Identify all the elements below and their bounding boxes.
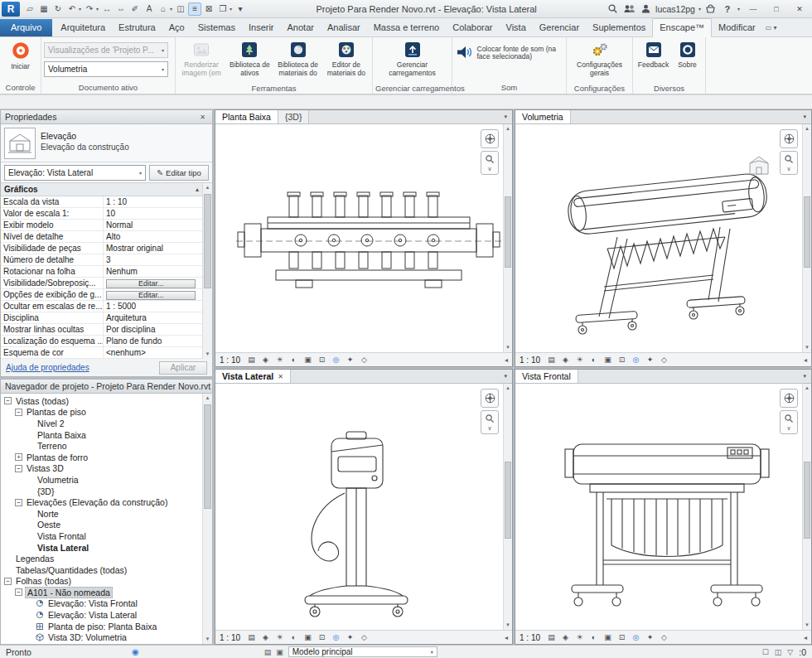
exclude-options-icon[interactable]: ◫ [775,648,782,656]
crop-view-icon[interactable]: ▣ [302,356,313,364]
scroll-down-icon[interactable]: ▼ [505,621,510,630]
undo-icon[interactable]: ↶ [65,2,79,16]
ribbon-display-toggle-icon[interactable]: ▭ ▾ [766,24,777,36]
app-menu-button[interactable]: R [2,2,20,17]
sun-path-icon[interactable]: ☀ [274,633,285,641]
tree-item-terreno[interactable]: Terreno [1,440,212,452]
crop-view-icon[interactable]: ▣ [302,633,313,641]
view-scale-button[interactable]: 1 : 10 [520,633,543,642]
ribbon-tab-gerenciar[interactable]: Gerenciar [533,19,586,36]
workset-icon[interactable]: ▤ [264,648,272,656]
detail-level-icon[interactable]: ▤ [246,356,257,364]
save-icon[interactable]: ▦ [37,2,51,16]
view-tab-3d[interactable]: {3D} [278,110,309,123]
ribbon-tab-anotar[interactable]: Anotar [281,19,321,36]
viewport-scrollbar[interactable]: ▲▼ [503,384,512,630]
view-canvas-volumetria[interactable]: ▲▼∨ [515,124,811,352]
scrollbar-thumb[interactable] [204,194,211,288]
redo-icon[interactable]: ↷ [83,2,96,16]
background-process-icon[interactable]: ◉ [132,647,139,656]
crop-view-icon[interactable]: ▣ [602,633,613,641]
close-view-icon[interactable]: ✕ [278,373,283,380]
tree-item-planta-de-piso-planta-baixa[interactable]: Planta de piso: Planta Baixa [1,621,212,632]
edit-type-button[interactable]: ✎ Editar tipo [149,165,209,181]
username[interactable]: lucas12pg [655,4,695,14]
scrollbar-track[interactable] [504,133,512,343]
scroll-up-icon[interactable]: ▲ [805,384,810,393]
viewport-scrollbar[interactable]: ▲▼ [802,384,811,630]
view-tab-list-icon[interactable]: ▾ [798,110,811,123]
ribbon-tab-arquitetura[interactable]: Arquitetura [54,19,112,36]
scroll-down-icon[interactable]: ▼ [805,343,810,352]
property-value[interactable]: Por disciplina [104,324,202,335]
sound-source-button[interactable]: Colocar fonte de som (na face selecionad… [452,39,568,67]
view-tab-list-icon[interactable]: ▾ [798,370,811,383]
close-button[interactable]: ✕ [790,1,810,17]
general-settings-button[interactable]: Configurações gerais [572,39,628,80]
crop-view-icon[interactable]: ▣ [602,356,613,364]
scroll-left-icon[interactable]: ◂ [505,634,508,641]
ribbon-tab-analisar[interactable]: Analisar [321,19,367,36]
scroll-up-icon[interactable]: ▲ [505,384,510,393]
view-canvas-vista-frontal[interactable]: ▲▼∨ [515,384,811,630]
scrollbar-track[interactable] [803,393,811,621]
help-icon[interactable]: ? [721,2,734,16]
view-tab-list-icon[interactable]: ▾ [499,110,512,123]
scrollbar-thumb[interactable] [505,462,511,539]
tree-item-eleva-o-vista-frontal[interactable]: Elevação: Vista Frontal [1,598,212,610]
ribbon-tab-inserir[interactable]: Inserir [242,19,281,36]
scrollbar-thumb[interactable] [204,404,211,509]
zoom-tools-button[interactable]: ∨ [780,151,798,175]
material-editor-button[interactable]: Editor de materiais do [323,39,370,80]
active-document-combo[interactable]: Volumetria ▾ [44,61,168,77]
properties-help-link[interactable]: Ajuda de propriedades [6,363,89,372]
tree-item-plantas-de-forro[interactable]: +Plantas de forro [1,452,212,463]
scroll-left-icon[interactable]: ◂ [804,356,807,364]
property-value[interactable]: 10 [104,208,202,219]
chevron-down-icon[interactable]: ▾ [162,66,164,72]
tag-icon[interactable]: ✐ [128,2,142,16]
design-option-select[interactable]: Modelo principal ▾ [288,646,437,657]
view-canvas-vista-lateral[interactable]: ▲▼∨ [215,384,512,630]
scrollbar-track[interactable] [504,393,512,621]
view-canvas-planta-baixa[interactable]: ▲▼∨ [215,124,512,352]
section-icon[interactable]: ◫ [174,2,187,16]
aligned-dimension-icon[interactable]: ⇔ [114,2,128,16]
tree-item-vista-3d-volumetria[interactable]: Vista 3D: Volumetria [1,631,212,643]
ribbon-tab-massa-e-terreno[interactable]: Massa e terreno [367,19,446,36]
view-tab-vista-frontal[interactable]: Vista Frontal [515,370,578,383]
show-crop-icon[interactable]: ⊡ [616,633,627,641]
chevron-down-icon[interactable]: ▾ [431,649,433,655]
properties-header[interactable]: Propriedades ✕ [1,110,212,124]
property-value[interactable]: Mostrar original [104,243,202,254]
scroll-down-icon[interactable]: ▼ [805,621,810,630]
visual-style-icon[interactable]: ◈ [260,356,271,364]
property-value[interactable]: Alto [104,231,202,242]
reveal-hidden-icon[interactable]: ✦ [345,356,355,364]
ribbon-tab-sistemas[interactable]: Sistemas [191,19,242,36]
reveal-hidden-icon[interactable]: ✦ [645,633,655,641]
tree-expander-icon[interactable]: − [15,588,22,596]
steering-wheel-button[interactable] [481,389,499,408]
close-hidden-windows-icon[interactable]: ⊠ [202,2,215,16]
view-scale-button[interactable]: 1 : 10 [520,356,543,365]
tree-item-n-vel-2[interactable]: Nível 2 [1,418,212,429]
scroll-down-icon[interactable]: ▼ [205,635,210,644]
community-icon[interactable] [622,2,636,16]
switch-windows-icon[interactable]: ❐ [216,2,230,16]
visual-style-icon[interactable]: ◈ [560,356,571,364]
tree-expander-icon[interactable]: − [4,397,12,404]
manage-uploads-button[interactable]: Gerenciar carregamentos [378,39,447,80]
property-value[interactable]: 1 : 5000 [104,301,202,312]
maximize-button[interactable]: □ [766,1,786,17]
tree-item-vistas-todas[interactable]: −Vistas (todas) [1,395,212,407]
tree-expander-icon[interactable]: + [15,453,22,461]
help-menu-caret-icon[interactable]: ▾ [737,6,740,12]
tree-expander-icon[interactable]: − [15,499,22,506]
analytical-model-icon[interactable]: ◇ [359,633,370,641]
property-value[interactable]: Arquitetura [104,312,202,323]
viewport-scrollbar[interactable]: ▲▼ [503,124,512,352]
scroll-down-icon[interactable]: ▼ [505,343,510,352]
tree-item-volumetria[interactable]: Volumetria [1,474,212,486]
sun-path-icon[interactable]: ☀ [574,356,585,364]
